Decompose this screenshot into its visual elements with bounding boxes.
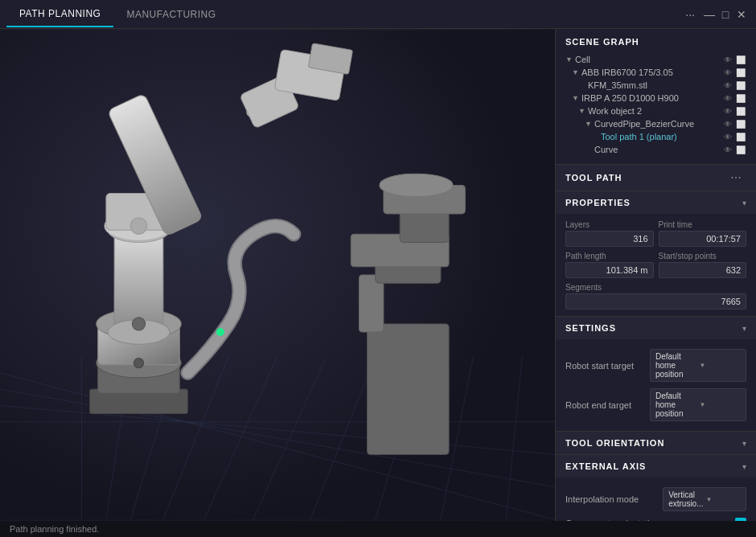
start-stop-value: 632 [659, 262, 747, 278]
tab-manufacturing[interactable]: MANUFACTURING [113, 2, 228, 27]
external-axis-header[interactable]: EXTERNAL AXIS ▾ [556, 455, 756, 478]
tree-arrow-curved: ▼ [585, 120, 593, 128]
external-axis-title: EXTERNAL AXIS [565, 461, 742, 471]
tree-label-curved: CurvedPipe_BezierCurve [594, 119, 719, 129]
tree-eye-irbp[interactable]: 👁 [722, 92, 733, 104]
tree-arrow-kfm [578, 81, 586, 89]
maximize-button[interactable]: □ [717, 6, 733, 23]
tool-orientation-header[interactable]: TOOL ORIENTATION ▾ [556, 432, 756, 454]
properties-header[interactable]: PROPERTIES ▾ [556, 191, 756, 214]
tree-label-cell: Cell [575, 55, 719, 64]
path-length-value: 101.384 m [565, 262, 654, 278]
tree-eye-kfm[interactable]: 👁 [722, 80, 733, 91]
segments-label: Segments [565, 283, 746, 292]
tab-path-planning[interactable]: PATH PLANNING [6, 2, 113, 27]
tree-box-workobj[interactable]: ⬜ [735, 105, 746, 117]
tree-item-curve[interactable]: Curve 👁 ⬜ [565, 143, 746, 156]
status-text: Path planning finished. [10, 524, 99, 534]
robot-start-row: Robot start target Default home position… [565, 346, 746, 385]
tool-path-section: TOOL PATH ⋯ [556, 165, 756, 191]
tree-item-toolpath1[interactable]: Tool path 1 (planar) 👁 ⬜ [565, 130, 746, 143]
interp-mode-row: Interpolation mode Vertical extrusio... … [565, 484, 746, 514]
robot-scene [0, 29, 555, 521]
tree-label-workobj: Work object 2 [588, 106, 719, 116]
tree-arrow-workobj: ▼ [578, 107, 586, 115]
tree-arrow-irbp: ▼ [572, 94, 580, 102]
properties-section: PROPERTIES ▾ Layers 316 Print time 00:17… [556, 191, 756, 317]
minimize-button[interactable]: — [701, 6, 717, 23]
robot-end-arrow: ▼ [700, 401, 742, 408]
properties-chevron: ▾ [742, 199, 746, 207]
compensate-row: Compensate orientation ✓ [565, 514, 746, 521]
scene-graph: SCENE GRAPH ▼ Cell 👁 ⬜ ▼ ABB IRB6700 175… [556, 29, 756, 165]
tree-box-curved[interactable]: ⬜ [735, 118, 746, 129]
tree-eye-curved[interactable]: 👁 [722, 118, 733, 129]
segments-value: 7665 [565, 293, 746, 309]
tree-item-cell[interactable]: ▼ Cell 👁 ⬜ [565, 53, 746, 66]
tree-box-curve[interactable]: ⬜ [735, 144, 746, 155]
svg-point-30 [216, 328, 224, 336]
tree-item-irbp[interactable]: ▼ IRBP A 250 D1000 H900 👁 ⬜ [565, 92, 746, 105]
robot-start-label: Robot start target [565, 361, 645, 371]
layers-prop: Layers 316 [565, 220, 654, 247]
properties-title: PROPERTIES [565, 198, 742, 207]
viewport[interactable]: ▶ Animated ▼ [0, 29, 555, 521]
tool-path-menu[interactable]: ⋯ [730, 171, 742, 184]
tree-box-irbp[interactable]: ⬜ [735, 92, 746, 104]
tree-eye-curve[interactable]: 👁 [722, 144, 733, 155]
tree-label-toolpath1: Tool path 1 (planar) [601, 132, 719, 141]
layers-value: 316 [565, 231, 654, 247]
tree-eye-abb[interactable]: 👁 [722, 67, 733, 78]
robot-start-arrow: ▼ [700, 362, 742, 369]
settings-header[interactable]: SETTINGS ▾ [556, 317, 756, 339]
close-button[interactable]: ✕ [733, 6, 750, 23]
start-stop-label: Start/stop points [659, 252, 747, 260]
tree-eye-cell[interactable]: 👁 [722, 54, 733, 65]
robot-svg [0, 29, 555, 521]
robot-end-label: Robot end target [565, 400, 645, 410]
settings-body: Robot start target Default home position… [556, 339, 756, 431]
tree-box-toolpath1[interactable]: ⬜ [735, 131, 746, 142]
svg-point-39 [132, 318, 145, 330]
robot-end-row: Robot end target Default home position ▼ [565, 385, 746, 424]
print-time-label: Print time [659, 220, 747, 229]
tree-arrow-toolpath1 [591, 133, 599, 141]
tree-box-kfm[interactable]: ⬜ [735, 80, 746, 91]
layers-label: Layers [565, 220, 654, 229]
tree-box-abb[interactable]: ⬜ [735, 67, 746, 78]
tree-eye-toolpath1[interactable]: 👁 [722, 131, 733, 142]
properties-body: Layers 316 Print time 00:17:57 Path leng… [556, 214, 756, 316]
print-time-prop: Print time 00:17:57 [659, 220, 747, 247]
titlebar-dots[interactable]: ··· [679, 8, 701, 21]
svg-rect-35 [400, 210, 449, 243]
settings-section: SETTINGS ▾ Robot start target Default ho… [556, 317, 756, 432]
tool-path-header[interactable]: TOOL PATH ⋯ [556, 165, 756, 191]
settings-title: SETTINGS [565, 323, 742, 333]
tree-item-curved[interactable]: ▼ CurvedPipe_BezierCurve 👁 ⬜ [565, 117, 746, 130]
tree-item-workobj[interactable]: ▼ Work object 2 👁 ⬜ [565, 105, 746, 117]
titlebar: PATH PLANNING MANUFACTURING ··· — □ ✕ [0, 0, 756, 29]
svg-rect-31 [368, 324, 449, 454]
tree-item-kfm[interactable]: KFM_35mm.stl 👁 ⬜ [565, 79, 746, 92]
main-content: ▶ Animated ▼ SCENE GRAPH ▼ Cell 👁 ⬜ [0, 29, 756, 521]
scene-graph-title: SCENE GRAPH [565, 37, 746, 47]
start-stop-prop: Start/stop points 632 [659, 252, 747, 278]
interp-mode-value: Vertical extrusio... [668, 490, 703, 508]
print-time-value: 00:17:57 [659, 231, 747, 247]
tool-orientation-section: TOOL ORIENTATION ▾ [556, 432, 756, 455]
svg-point-37 [380, 174, 453, 196]
tree-arrow-cell: ▼ [565, 55, 573, 64]
interp-mode-arrow: ▼ [706, 496, 741, 503]
robot-end-dropdown[interactable]: Default home position ▼ [650, 388, 746, 421]
interp-mode-dropdown[interactable]: Vertical extrusio... ▼ [663, 487, 746, 511]
tree-eye-workobj[interactable]: 👁 [722, 105, 733, 117]
right-panel: SCENE GRAPH ▼ Cell 👁 ⬜ ▼ ABB IRB6700 175… [555, 29, 756, 521]
tree-label-irbp: IRBP A 250 D1000 H900 [581, 93, 719, 103]
tree-label-curve: Curve [594, 145, 719, 154]
path-length-prop: Path length 101.384 m [565, 252, 654, 278]
properties-grid: Layers 316 Print time 00:17:57 Path leng… [565, 220, 746, 309]
tree-box-cell[interactable]: ⬜ [735, 54, 746, 65]
robot-end-value: Default home position [655, 391, 697, 418]
robot-start-dropdown[interactable]: Default home position ▼ [650, 349, 746, 382]
tree-item-abb[interactable]: ▼ ABB IRB6700 175/3.05 👁 ⬜ [565, 66, 746, 79]
